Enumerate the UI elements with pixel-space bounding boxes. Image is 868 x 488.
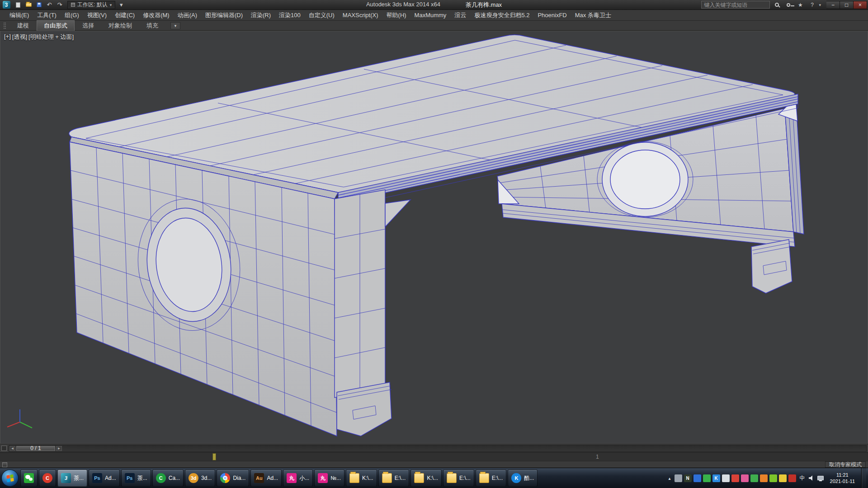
sign-in-button[interactable] (783, 1, 793, 9)
windows-logo-icon (6, 474, 14, 482)
viewport-label-segment[interactable]: [明暗处理 + 边面] (28, 33, 74, 41)
tray-icon[interactable]: N (684, 474, 692, 482)
viewport-canvas[interactable] (0, 31, 868, 444)
ribbon-minimize-caret[interactable]: ▾ (170, 22, 180, 29)
taskbar-item-label: 酷... (524, 474, 534, 482)
network-icon[interactable] (817, 476, 824, 480)
previous-frame-button[interactable]: ◄ (9, 446, 15, 451)
menu-item[interactable]: MAXScript(X) (339, 10, 382, 20)
taskbar-item[interactable]: E:\... (476, 469, 507, 487)
search-input[interactable] (701, 1, 770, 9)
tray-icon[interactable] (703, 474, 711, 482)
cancel-expert-mode-button[interactable]: 取消专家模式 (825, 461, 866, 468)
search-button[interactable] (772, 1, 782, 9)
tray-icon[interactable] (788, 474, 796, 482)
minimize-button[interactable]: − (826, 1, 840, 9)
taskbar-item[interactable]: Ps 茶... (121, 469, 151, 487)
menu-item[interactable]: 工具(T) (33, 10, 61, 20)
taskbar-item[interactable]: Ps Ad... (89, 469, 120, 487)
open-file-button[interactable] (24, 1, 33, 9)
ribbon-tab[interactable]: 对象绘制 (102, 21, 139, 31)
ribbon-grip-handle[interactable] (4, 23, 6, 29)
close-button[interactable]: × (854, 1, 867, 9)
menu-item[interactable]: 渲云 (450, 10, 470, 20)
app-menu-button[interactable]: 3 (1, 0, 12, 9)
track-bar-marker[interactable] (212, 453, 216, 460)
tray-icon[interactable]: K (712, 474, 720, 482)
menu-item[interactable]: 极速瘦身安全归档5.2 (470, 10, 533, 20)
taskbar-item[interactable]: 丸 小... (283, 469, 313, 487)
menu-item[interactable]: 渲染100 (275, 10, 305, 20)
taskbar-item[interactable]: K 酷... (508, 469, 538, 487)
track-bar[interactable]: 1 (0, 452, 868, 461)
viewport-label-segment[interactable]: [透视] (12, 33, 27, 41)
menu-item[interactable]: 动画(A) (174, 10, 201, 20)
maximize-button[interactable]: □ (840, 1, 854, 9)
taskbar-item[interactable]: 丸 №... (314, 469, 344, 487)
undo-button[interactable]: ↶ (45, 1, 54, 9)
taskbar-item[interactable]: E:\... (378, 469, 410, 487)
ribbon-tab[interactable]: 选择 (75, 21, 101, 31)
favorites-button[interactable]: ★ (795, 1, 805, 9)
help-button[interactable]: ? (807, 1, 817, 9)
taskbar-item[interactable]: K:\... (410, 469, 442, 487)
menu-item[interactable]: 修改器(M) (139, 10, 174, 20)
tray-icon[interactable] (750, 474, 758, 482)
taskbar-item[interactable]: Dia... (217, 469, 249, 487)
menu-item[interactable]: 自定义(U) (305, 10, 339, 20)
new-scene-button[interactable] (14, 1, 23, 9)
taskbar-item[interactable]: C Ca... (152, 469, 184, 487)
taskbar-item[interactable] (20, 469, 38, 487)
leg-bracket (385, 200, 410, 227)
taskbar-item[interactable]: 3d 3d... (185, 469, 215, 487)
menu-item[interactable]: 编辑(E) (5, 10, 33, 20)
taskbar-item[interactable]: K:\... (346, 469, 377, 487)
tray-icon[interactable] (731, 474, 739, 482)
save-file-button[interactable] (34, 1, 43, 9)
qat-customize-caret[interactable]: ▾ (117, 1, 126, 9)
status-grid-icon[interactable] (2, 462, 7, 467)
tray-icon[interactable] (722, 474, 730, 482)
tray-icon[interactable] (693, 474, 701, 482)
front-leg[interactable] (335, 190, 410, 436)
menu-item[interactable]: MaxMummy (410, 10, 451, 20)
tray-icon[interactable] (779, 474, 787, 482)
taskbar-item-label: 3d... (201, 475, 212, 481)
volume-icon[interactable] (809, 475, 815, 481)
menu-item[interactable]: 图形编辑器(D) (201, 10, 247, 20)
time-slider-track[interactable]: ◄ 0 / 1 ► (9, 445, 867, 452)
next-frame-button[interactable]: ► (56, 446, 62, 451)
taskbar-item[interactable]: E:\... (443, 469, 474, 487)
taskbar-item-label: №... (330, 475, 341, 481)
taskbar-item[interactable]: Au Ad... (250, 469, 282, 487)
ribbon-tab[interactable]: 自由形式 (37, 20, 75, 31)
menu-item[interactable]: 帮助(H) (382, 10, 410, 20)
clock[interactable]: 11:21 2021-01-11 (826, 472, 859, 485)
menu-item[interactable]: Max 杀毒卫士 (571, 10, 615, 20)
redo-button[interactable]: ↷ (55, 1, 64, 9)
workspace-selector[interactable]: 工作区: 默认 ▾ (67, 1, 115, 9)
viewport[interactable]: [+] [透视] [明暗处理 + 边面] (0, 31, 868, 444)
help-caret-icon[interactable]: ▾ (819, 3, 821, 7)
tray-icon[interactable] (741, 474, 749, 482)
ribbon-tab[interactable]: 填充 (140, 21, 165, 31)
tray-icon[interactable] (769, 474, 777, 482)
hidden-icons-arrow[interactable]: ▴ (667, 476, 672, 481)
ribbon-tab[interactable]: 建模 (10, 21, 36, 31)
menu-item[interactable]: 视图(V) (83, 10, 111, 20)
tray-icon[interactable] (760, 474, 768, 482)
time-slider-handle[interactable]: 0 / 1 (16, 446, 55, 451)
show-desktop-button[interactable] (861, 468, 866, 488)
tray-icon[interactable] (675, 474, 682, 482)
menu-item[interactable]: 渲染(R) (247, 10, 275, 20)
taskbar-item[interactable]: 3 茶... (57, 469, 87, 487)
start-button[interactable] (1, 469, 19, 487)
timeline-mode-icon[interactable] (1, 446, 7, 451)
menu-item[interactable]: 创建(C) (111, 10, 139, 20)
taskbar-item[interactable]: C (39, 469, 56, 487)
input-method-indicator[interactable]: 中 (798, 474, 807, 482)
menu-item[interactable]: PhoenixFD (533, 10, 571, 20)
ribbon-tabs: 建模 自由形式 选择 对象绘制 填充 (10, 21, 165, 30)
menu-item[interactable]: 组(G) (61, 10, 83, 20)
viewport-label-segment[interactable]: [+] (4, 33, 11, 41)
